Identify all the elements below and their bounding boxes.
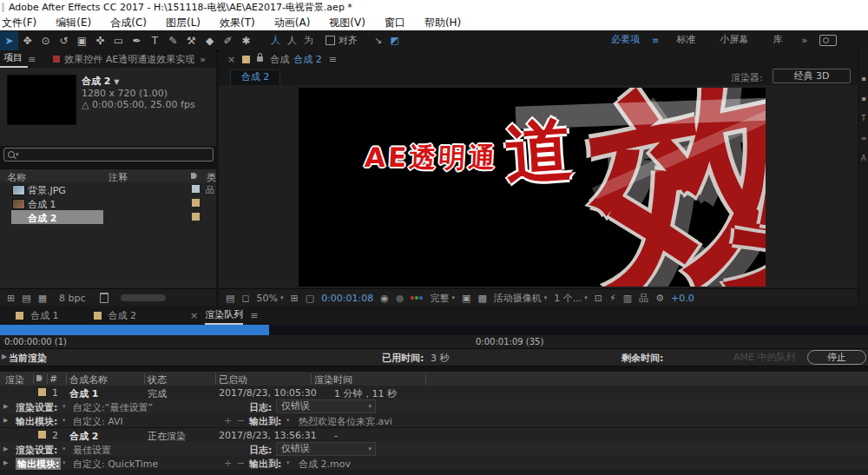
workspace-search-icon[interactable] — [819, 35, 837, 46]
close-tab-icon[interactable]: × — [227, 54, 235, 65]
project-row-comp1[interactable]: 合成 1 — [0, 196, 216, 210]
project-row-bg-jpg[interactable]: 背景.JPG 品 — [0, 182, 216, 196]
show-snapshot-icon[interactable]: ● — [396, 293, 404, 304]
snap-label[interactable]: 对齐 — [339, 34, 358, 47]
column-status[interactable]: 状态 — [148, 373, 167, 386]
render-settings-value[interactable]: 自定义:“最佳设置” — [73, 401, 153, 414]
comp-panel-menu-icon[interactable]: ≡ — [329, 54, 337, 65]
output-module-value[interactable]: 自定义: QuickTime — [73, 458, 158, 471]
composition-canvas[interactable]: 效 效 果 AE透明通 道 — [299, 88, 766, 287]
puppet-pin-tool-icon[interactable]: ✱ — [237, 31, 255, 50]
label-swatch[interactable] — [192, 213, 200, 221]
render-settings-value[interactable]: 最佳设置 — [73, 444, 111, 457]
dock-character-icon[interactable]: T — [862, 115, 866, 122]
workspace-overflow-icon[interactable]: » — [794, 35, 814, 46]
mask-visibility-icon[interactable]: ▢ — [306, 293, 314, 304]
flowchart-button-icon[interactable]: 品 — [639, 292, 648, 305]
project-row-comp2[interactable]: 合成 2 — [0, 210, 216, 224]
item-label-swatch[interactable] — [38, 388, 46, 396]
expand-icon[interactable]: ▶ — [3, 459, 8, 466]
brush-tool-icon[interactable]: ✎ — [164, 31, 182, 50]
menu-layer[interactable]: 图层(L) — [166, 15, 201, 30]
resolution-select[interactable]: 完整 — [430, 292, 449, 305]
dock-panel-icon[interactable]: ▪ — [861, 75, 865, 82]
column-number[interactable]: # — [49, 373, 57, 385]
timeline-button-icon[interactable]: ▥ — [623, 293, 632, 304]
column-comp-name[interactable]: 合成名称 — [69, 373, 108, 386]
local-axis-mode-icon[interactable]: 人 — [267, 34, 284, 47]
column-render[interactable]: 渲染 — [5, 373, 24, 386]
mask-visibility-icon[interactable]: ↘ — [370, 35, 386, 46]
text-tool-icon[interactable]: T — [146, 31, 164, 50]
project-panel-menu-icon[interactable]: ≡ — [28, 54, 36, 65]
queue-in-ame-button[interactable]: AME 中的队列 — [733, 351, 795, 364]
lock-icon[interactable] — [257, 56, 263, 62]
label-column-tag-icon[interactable] — [36, 375, 43, 381]
workspace-small-screen[interactable]: 小屏幕 — [707, 30, 760, 49]
add-remove-output-icons[interactable]: + − — [224, 458, 246, 469]
workspace-standard[interactable]: 标准 — [664, 30, 707, 49]
view-axis-mode-icon[interactable]: 为 — [300, 34, 317, 47]
output-module-label[interactable]: 输出模块: — [16, 458, 61, 471]
dock-menu-icon[interactable]: ≡ — [861, 135, 867, 142]
dock-panel-icon[interactable]: ▪ — [861, 95, 865, 102]
expand-icon[interactable]: ▶ — [3, 417, 8, 424]
item-caret-icon[interactable]: ▼ — [114, 78, 119, 86]
resolution-caret-icon[interactable]: ▾ — [451, 294, 455, 301]
shape-tool-icon[interactable]: ▭ — [109, 31, 128, 50]
zoom-caret-icon[interactable]: ▾ — [280, 294, 284, 301]
new-folder-icon[interactable]: ▤ — [22, 293, 30, 304]
log-select[interactable]: 仅错误▾ — [276, 399, 376, 413]
close-tab-icon[interactable]: × — [190, 310, 198, 321]
viewer-tab[interactable]: 合成 2 — [230, 69, 280, 86]
grid-options-icon[interactable]: ⊞ — [291, 293, 299, 304]
horizontal-scrollbar[interactable] — [121, 294, 166, 301]
workspace-essentials[interactable]: 必要项 — [599, 30, 652, 49]
menu-effect[interactable]: 效果(T) — [220, 15, 255, 30]
expand-icon[interactable]: ▶ — [2, 353, 7, 360]
exposure-value[interactable]: +0.0 — [671, 293, 694, 304]
dock-align-icon[interactable]: A — [861, 155, 865, 162]
item-label-swatch[interactable] — [38, 431, 46, 439]
log-select[interactable]: 仅错误▾ — [276, 442, 376, 456]
transparency-grid-icon[interactable]: ▩ — [477, 293, 486, 304]
camera-caret-icon[interactable]: ▾ — [544, 294, 548, 301]
label-swatch[interactable] — [192, 199, 200, 207]
output-caret-icon[interactable]: ▾ — [62, 417, 66, 424]
render-queue-menu-icon[interactable]: ≡ — [250, 310, 258, 321]
selection-box-icon[interactable]: ◩ — [386, 35, 403, 46]
settings-caret-icon[interactable]: ▾ — [62, 403, 66, 410]
pen-tool-icon[interactable]: ✒ — [128, 31, 146, 50]
tab-render-queue[interactable]: 渲染队列 — [205, 307, 243, 325]
selection-tool-icon[interactable]: ➤ — [0, 31, 18, 50]
menu-animation[interactable]: 动画(A) — [274, 15, 311, 30]
renderer-button[interactable]: 经典 3D — [773, 69, 851, 83]
zoom-tool-icon[interactable]: ⊙ — [36, 31, 55, 50]
camera-tool-icon[interactable]: ▣ — [73, 31, 91, 50]
current-timecode[interactable]: 0:00:01:08 — [321, 293, 373, 304]
expand-icon[interactable]: ▶ — [3, 403, 8, 410]
fast-previews-icon[interactable]: ⚡ — [609, 293, 616, 304]
render-item-row[interactable]: 2 合成 2 正在渲染 2017/8/23, 13:56:31 - — [0, 428, 868, 442]
region-of-interest-icon[interactable]: ▣ — [462, 293, 470, 304]
always-preview-icon[interactable]: ▤ — [226, 293, 234, 304]
view-layout-select[interactable]: 1 个... — [554, 292, 582, 305]
output-module-label[interactable]: 输出模块: — [16, 415, 57, 428]
output-to-value[interactable]: 合成 2.mov — [299, 458, 351, 471]
snapshot-icon[interactable]: ◉ — [380, 293, 389, 304]
menu-help[interactable]: 帮助(H) — [424, 15, 461, 30]
column-started[interactable]: 已启动 — [219, 373, 247, 386]
new-composition-icon[interactable]: ▦ — [38, 293, 47, 304]
exposure-gear-icon[interactable]: ⚙ — [655, 293, 664, 304]
render-settings-label[interactable]: 渲染设置: — [16, 444, 57, 457]
output-to-caret-icon[interactable]: ▾ — [286, 459, 290, 466]
roto-brush-tool-icon[interactable]: ✐ — [219, 31, 237, 50]
world-axis-mode-icon[interactable]: 人 — [284, 34, 300, 47]
magnification-monitor-icon[interactable]: ◻ — [241, 293, 249, 304]
menu-file[interactable]: 文件(F) — [2, 15, 36, 30]
view-layout-caret-icon[interactable]: ▾ — [584, 294, 588, 301]
snap-checkbox[interactable] — [326, 36, 335, 45]
comp-tab-name[interactable]: 合成 2 — [293, 53, 322, 66]
workspace-libraries[interactable]: 库 — [760, 30, 794, 49]
rotate-tool-icon[interactable]: ↺ — [55, 31, 73, 50]
